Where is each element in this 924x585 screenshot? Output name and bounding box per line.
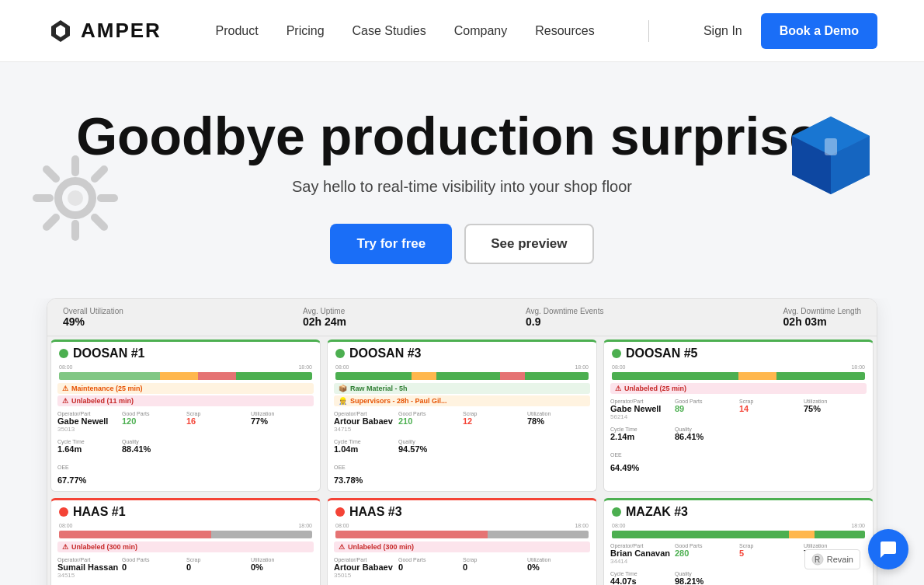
alert-badge-unlabeled: ⚠ Unlabeled (25 min) (610, 383, 867, 394)
hero-headline: Goodbye production surprises (47, 109, 877, 164)
machine-card-haas-3[interactable]: HAAS #3 08:0018:00 ⚠ Unlabeled (300 min)… (327, 498, 597, 585)
revain-label: Revain (827, 555, 853, 564)
svg-line-6 (47, 169, 56, 179)
svg-text:R: R (815, 555, 820, 564)
status-dot-green (59, 349, 68, 358)
alert-badge-maintenance: ⚠ Maintenance (25 min) (57, 383, 314, 394)
chat-widget[interactable] (868, 529, 908, 569)
timeline-bar (335, 372, 589, 380)
timeline-bar-red (335, 531, 589, 538)
kpi-utilization-label: Overall Utilization (63, 307, 123, 315)
timeline-bar (612, 372, 865, 380)
alert-badge-unlabeled: ⚠ Unlabeled (300 min) (57, 541, 314, 552)
machine-stats: Operator/PartSumail Hassan34515 Good Par… (51, 554, 320, 582)
alert-row: ⚠ Unlabeled (300 min) (51, 540, 320, 554)
alert-row: ⚠ Maintenance (25 min) ⚠ Unlabeled (11 m… (51, 381, 320, 408)
chat-icon (878, 539, 898, 559)
revain-icon: R (811, 553, 824, 566)
book-demo-button[interactable]: Book a Demo (761, 13, 877, 49)
alert-row: ⚠ Unlabeled (300 min) (328, 540, 596, 554)
machine-name: DOOSAN #1 (73, 346, 144, 360)
logo-text: AMPER (81, 19, 162, 43)
svg-point-1 (68, 190, 83, 206)
svg-rect-14 (825, 138, 837, 155)
amper-logo-icon (47, 17, 75, 45)
alert-badge-raw: 📦 Raw Material - 5h (334, 383, 590, 394)
status-dot-green (335, 349, 345, 358)
dashboard-preview: Overall Utilization 49% Avg. Uptime 02h … (47, 298, 877, 585)
machine-card-doosan-1[interactable]: DOOSAN #1 08:0018:00 ⚠ Maintenance (25 m… (50, 340, 321, 492)
machine-card-mazak-3[interactable]: MAZAK #3 08:0018:00 Operator/PartBrian C… (603, 498, 874, 585)
nav-resources[interactable]: Resources (535, 24, 594, 38)
kpi-utilization: Overall Utilization 49% (63, 307, 123, 328)
gear-icon (33, 155, 118, 241)
kpi-downtime-events-label: Avg. Downtime Events (526, 307, 603, 315)
machine-card-doosan-5[interactable]: DOOSAN #5 08:0018:00 ⚠ Unlabeled (25 min… (603, 340, 874, 492)
svg-line-7 (95, 218, 104, 227)
status-dot-red (335, 507, 345, 517)
logo[interactable]: AMPER (47, 17, 162, 45)
nav-pricing[interactable]: Pricing (287, 24, 325, 38)
nav-product[interactable]: Product (216, 24, 259, 38)
kpi-downtime-length-value: 02h 03m (783, 315, 827, 328)
alert-row: ⚠ Unlabeled (25 min) (604, 381, 873, 395)
kpi-uptime-value: 02h 24m (303, 315, 346, 328)
kpi-downtime-events-value: 0.9 (526, 315, 540, 328)
machine-name: HAAS #1 (73, 505, 126, 519)
see-preview-button[interactable]: See preview (464, 224, 593, 264)
status-dot-red (59, 507, 68, 517)
machine-card-haas-1[interactable]: HAAS #1 08:0018:00 ⚠ Unlabeled (300 min)… (50, 498, 321, 585)
oee-row: OEE 67.77% (51, 457, 320, 491)
machine-name: DOOSAN #5 (626, 346, 697, 360)
nav-divider (648, 20, 649, 42)
nav-links: Product Pricing Case Studies Company Res… (216, 24, 595, 38)
sign-in-link[interactable]: Sign In (703, 24, 742, 38)
kpi-downtime-length: Avg. Downtime Length 02h 03m (783, 307, 861, 328)
svg-line-9 (47, 218, 56, 227)
alert-badge-supervisor: 👷 Supervisors - 28h - Paul Gil... (334, 395, 590, 406)
hero-section: Goodbye production surprises Say hello t… (0, 62, 924, 298)
timeline-bar-red (59, 531, 312, 538)
timeline-bar (612, 531, 865, 538)
machine-stats: Operator/PartArtour Babaev34715 Good Par… (328, 408, 596, 436)
3d-block-icon (784, 109, 877, 202)
machine-stats: Operator/PartGabe Newell35013 Good Parts… (51, 408, 320, 436)
revain-badge: R Revain (804, 549, 860, 569)
nav-case-studies[interactable]: Case Studies (353, 24, 426, 38)
kpi-uptime: Avg. Uptime 02h 24m (303, 307, 346, 328)
nav-company[interactable]: Company (454, 24, 507, 38)
machine-stats: Operator/PartGabe Newell56214 Good Parts… (604, 395, 873, 423)
timeline-bar (59, 372, 312, 380)
try-free-button[interactable]: Try for free (330, 224, 452, 264)
navbar: AMPER Product Pricing Case Studies Compa… (0, 0, 924, 62)
machine-grid: DOOSAN #1 08:0018:00 ⚠ Maintenance (25 m… (47, 336, 877, 585)
kpi-bar: Overall Utilization 49% Avg. Uptime 02h … (47, 299, 877, 336)
nav-actions: Sign In Book a Demo (703, 13, 877, 49)
alert-badge-unlabeled: ⚠ Unlabeled (11 min) (57, 395, 314, 406)
machine-stats: Operator/PartArtour Babaev35015 Good Par… (328, 554, 596, 582)
status-dot-green (612, 349, 621, 358)
hero-subheadline: Say hello to real-time visibility into y… (47, 178, 877, 196)
status-dot-green (612, 507, 621, 517)
machine-card-doosan-3[interactable]: DOOSAN #3 08:0018:00 📦 Raw Material - 5h… (327, 340, 597, 492)
kpi-uptime-label: Avg. Uptime (303, 307, 345, 315)
machine-name: HAAS #3 (349, 505, 402, 519)
machine-stats-2: Cycle Time1.64m Quality88.41% (51, 436, 320, 457)
svg-line-8 (95, 169, 104, 179)
kpi-utilization-value: 49% (63, 315, 85, 328)
machine-name: MAZAK #3 (626, 505, 688, 519)
machine-name: DOOSAN #3 (349, 346, 421, 360)
alert-badge-unlabeled: ⚠ Unlabeled (300 min) (334, 541, 590, 552)
kpi-downtime-events: Avg. Downtime Events 0.9 (526, 307, 603, 328)
hero-cta-buttons: Try for free See preview (47, 224, 877, 264)
alert-row: 📦 Raw Material - 5h 👷 Supervisors - 28h … (328, 381, 596, 408)
kpi-downtime-length-label: Avg. Downtime Length (783, 307, 861, 315)
